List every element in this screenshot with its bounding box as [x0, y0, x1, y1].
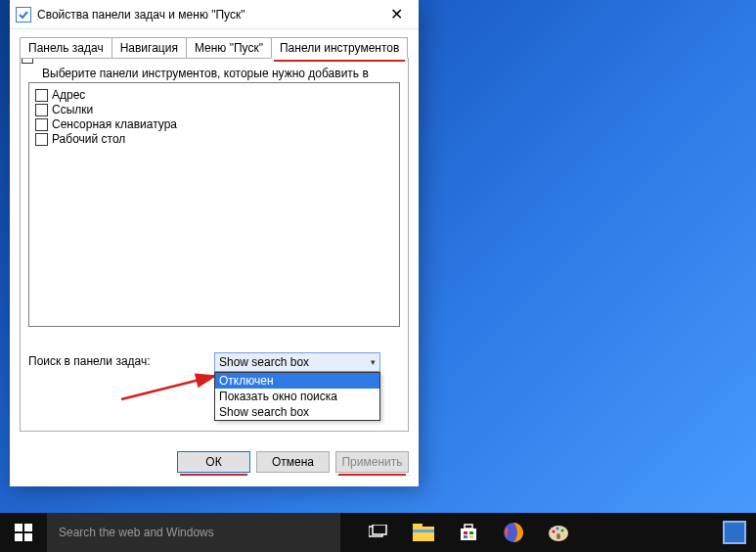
search-combo-dropdown: Отключен Показать окно поиска Show searc…	[214, 372, 380, 421]
chevron-down-icon: ▾	[371, 357, 376, 367]
toolbar-item-touch-keyboard[interactable]: Сенсорная клавиатура	[35, 117, 393, 131]
svg-rect-10	[461, 529, 476, 540]
svg-rect-9	[413, 529, 434, 532]
combo-option-disabled[interactable]: Отключен	[215, 373, 379, 389]
start-button[interactable]	[0, 513, 47, 552]
search-combo-wrap: Show search box ▾ Отключен Показать окно…	[214, 352, 380, 372]
pinned-apps	[356, 513, 581, 552]
window-icon	[16, 7, 31, 23]
annotation-underline	[338, 474, 406, 476]
checkbox-icon	[35, 89, 48, 102]
dialog-buttons: ОК Отмена Применить	[10, 441, 419, 486]
taskbar: Search the web and Windows	[0, 513, 756, 552]
taskbar-search-placeholder: Search the web and Windows	[59, 526, 214, 539]
dialog-body: Панель задач Навигация Меню "Пуск" Панел…	[10, 29, 419, 441]
search-label: Поиск в панели задач:	[28, 352, 204, 368]
close-button[interactable]: ✕	[375, 0, 419, 29]
svg-rect-14	[464, 535, 467, 538]
toolbar-item-label: Рабочий стол	[52, 132, 125, 146]
svg-rect-11	[465, 525, 472, 529]
svg-rect-2	[24, 524, 32, 531]
annotation-underline	[180, 474, 247, 476]
tab-navigation[interactable]: Навигация	[111, 37, 187, 59]
svg-rect-6	[373, 525, 386, 534]
checkbox-icon	[35, 104, 48, 116]
svg-rect-4	[24, 533, 32, 541]
combo-option-show-search-box[interactable]: Show search box	[215, 404, 379, 420]
cancel-button[interactable]: Отмена	[256, 451, 330, 473]
svg-rect-1	[15, 524, 22, 531]
apply-button-label: Применить	[341, 455, 402, 469]
svg-rect-7	[413, 527, 434, 541]
properties-dialog: Свойства панели задач и меню "Пуск" ✕ Па…	[10, 0, 419, 486]
paint-icon[interactable]	[536, 513, 581, 552]
tab-toolbars[interactable]: Панели инструментов	[271, 37, 408, 59]
search-combo[interactable]: Show search box ▾	[214, 352, 380, 372]
toolbar-item-desktop[interactable]: Рабочий стол	[35, 132, 393, 146]
checkbox-icon	[35, 133, 48, 146]
svg-rect-13	[469, 531, 473, 534]
tab-toolbars-label: Панели инструментов	[280, 41, 399, 55]
toolbar-item-label: Сенсорная клавиатура	[52, 117, 177, 131]
system-tray	[723, 521, 756, 544]
svg-point-19	[556, 528, 559, 530]
toolbar-item-address[interactable]: Адрес	[35, 88, 393, 102]
svg-point-22	[556, 533, 560, 539]
instruction-text: Выберите панели инструментов, которые ну…	[42, 67, 400, 80]
file-explorer-icon[interactable]	[401, 513, 446, 552]
tray-app-icon[interactable]	[723, 521, 746, 544]
window-title: Свойства панели задач и меню "Пуск"	[37, 8, 375, 22]
tab-start-menu[interactable]: Меню "Пуск"	[186, 37, 272, 59]
store-icon[interactable]	[446, 513, 491, 552]
svg-point-20	[561, 529, 564, 532]
svg-rect-8	[413, 524, 422, 529]
tab-taskbar[interactable]: Панель задач	[20, 37, 112, 59]
tab-panel: Выберите панели инструментов, которые ну…	[20, 58, 409, 432]
toolbar-item-label: Ссылки	[52, 103, 93, 116]
annotation-underline	[274, 60, 405, 62]
checkbox-icon	[35, 118, 48, 131]
windows-logo-icon	[15, 524, 32, 541]
tab-strip: Панель задач Навигация Меню "Пуск" Панел…	[20, 37, 409, 59]
taskbar-rest	[340, 513, 756, 552]
task-view-icon[interactable]	[356, 513, 401, 552]
search-row: Поиск в панели задач: Show search box ▾ …	[28, 352, 400, 372]
svg-rect-15	[469, 535, 473, 538]
toolbar-list[interactable]: Адрес Ссылки Сенсорная клавиатура Рабочи…	[28, 82, 400, 327]
firefox-icon[interactable]	[491, 513, 536, 552]
svg-rect-12	[464, 531, 467, 534]
ok-button[interactable]: ОК	[177, 451, 250, 473]
toolbar-item-label: Адрес	[52, 88, 85, 102]
svg-rect-3	[15, 533, 22, 541]
cancel-button-label: Отмена	[272, 455, 314, 469]
svg-point-21	[563, 534, 566, 537]
combo-option-show-search-window[interactable]: Показать окно поиска	[215, 389, 379, 404]
combo-selected-text: Show search box	[219, 355, 309, 369]
svg-point-18	[553, 530, 556, 533]
ok-button-label: ОК	[205, 455, 221, 469]
apply-button[interactable]: Применить	[335, 451, 409, 473]
title-bar: Свойства панели задач и меню "Пуск" ✕	[10, 0, 419, 29]
taskbar-search[interactable]: Search the web and Windows	[47, 513, 340, 552]
toolbar-item-links[interactable]: Ссылки	[35, 103, 393, 116]
